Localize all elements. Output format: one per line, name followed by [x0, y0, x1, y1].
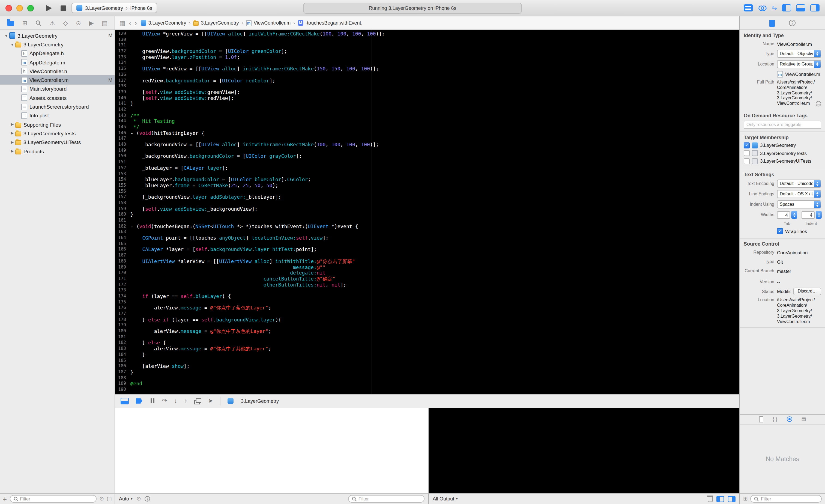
disclosure-triangle[interactable]: ▼ [3, 33, 9, 38]
code-line-159[interactable]: 159 [self.view addSubview:_backgroundVie… [115, 206, 739, 212]
disclosure-triangle[interactable]: ▶ [9, 122, 15, 127]
assistant-editor-button[interactable] [758, 5, 767, 11]
code-line-189[interactable]: 189@end [115, 381, 739, 387]
code-line-138[interactable]: 138 [115, 83, 739, 89]
tree-item-appdelegate-m[interactable]: mAppDelegate.m [0, 58, 115, 67]
code-line-153[interactable]: 153 [115, 171, 739, 177]
name-value[interactable]: ViewController.m [777, 41, 812, 47]
tree-item-products[interactable]: ▶Products [0, 147, 115, 156]
console-scope-select[interactable]: All Output ▾ [433, 496, 458, 502]
project-navigator-icon[interactable] [7, 20, 14, 25]
breadcrumb-item-2[interactable]: 3.LayerGeometry [194, 20, 239, 26]
code-line-144[interactable]: 144 * Hit Testing [115, 119, 739, 125]
debug-navigator-icon[interactable]: ⊙ [76, 20, 81, 26]
code-line-145[interactable]: 145 */ [115, 125, 739, 130]
navigator-filter-field[interactable]: Filter [10, 495, 96, 503]
simulate-location-icon[interactable]: ➤ [208, 398, 213, 404]
code-line-147[interactable]: 147 [115, 136, 739, 142]
code-line-165[interactable]: 165 [115, 241, 739, 247]
library-filter-field[interactable]: Filter [751, 495, 822, 503]
version-editor-button[interactable]: ⇆ [772, 4, 777, 11]
info-icon[interactable]: i [145, 496, 150, 502]
open-in-finder-icon[interactable]: → [816, 101, 821, 106]
code-line-158[interactable]: 158 [115, 200, 739, 206]
code-line-133[interactable]: 133 greenView.layer.zPosition = 1.0f; [115, 55, 739, 60]
tree-item-main-storyboard[interactable]: Main.storyboard [0, 85, 115, 93]
zoom-button[interactable] [27, 5, 34, 11]
disclosure-triangle[interactable]: ▶ [9, 131, 15, 136]
code-line-169[interactable]: 169 message:@"" [115, 265, 739, 270]
forward-icon[interactable]: › [135, 20, 137, 26]
code-line-187[interactable]: 187} [115, 369, 739, 375]
code-line-152[interactable]: 152 _blueLayer = [CALayer layer]; [115, 165, 739, 171]
step-out-icon[interactable]: ↑ [184, 398, 187, 404]
code-line-181[interactable]: 181 [115, 335, 739, 340]
code-line-148[interactable]: 148 _backgroundView = [[UIView alloc] in… [115, 142, 739, 148]
media-library-icon[interactable]: ▤ [801, 417, 806, 422]
standard-editor-button[interactable] [744, 4, 753, 11]
code-line-178[interactable]: 178 } else if (layer == self.backgroundV… [115, 317, 739, 322]
stepper-icon[interactable] [816, 211, 822, 219]
issue-navigator-icon[interactable]: ⚠ [50, 20, 55, 26]
code-line-143[interactable]: 143/** [115, 113, 739, 119]
location-dropdown[interactable]: Relative to Group [777, 60, 821, 68]
symbol-navigator-icon[interactable]: ⊞ [22, 20, 27, 26]
step-into-icon[interactable]: ↓ [174, 398, 177, 404]
tree-item-viewcontroller-m[interactable]: mViewController.mM [0, 76, 115, 85]
code-line-167[interactable]: 167 [115, 253, 739, 259]
stepper-icon[interactable] [791, 211, 797, 219]
tree-item-launchscreen-storyboard[interactable]: LaunchScreen.storyboard [0, 102, 115, 111]
discard-button[interactable]: Discard… [793, 288, 821, 295]
odr-tags-field[interactable]: Only resources are taggable [744, 121, 821, 129]
tab-width-value[interactable]: 4 [777, 211, 790, 219]
add-button[interactable]: + [3, 495, 7, 502]
code-line-168[interactable]: 168 UIAlertView *alerView = [[UIAlertVie… [115, 259, 739, 265]
code-line-183[interactable]: 183 alerView.message = @"你点中了其他的Layer"; [115, 346, 739, 352]
quicklook-icon[interactable]: ⊙ [136, 496, 141, 502]
code-line-162[interactable]: 162- (void)touchesBegan:(NSSet<UITouch *… [115, 223, 739, 229]
scm-status-icon[interactable]: ▢ [107, 496, 112, 502]
code-line-173[interactable]: 173 [115, 288, 739, 294]
code-line-182[interactable]: 182 } else { [115, 340, 739, 346]
line-endings-dropdown[interactable]: Default - OS X / Unix (LF) [777, 190, 821, 198]
test-navigator-icon[interactable]: ◇ [63, 20, 68, 26]
quick-help-tab[interactable]: ? [789, 20, 796, 26]
tree-item-info-plist[interactable]: Info.plist [0, 111, 115, 120]
breakpoints-toggle-icon[interactable] [136, 398, 142, 404]
code-line-154[interactable]: 154 _blueLayer.backgroundColor = [UIColo… [115, 177, 739, 183]
tree-item-viewcontroller-h[interactable]: hViewController.h [0, 67, 115, 76]
code-line-141[interactable]: 141} [115, 101, 739, 107]
variables-scope-select[interactable]: Auto ▾ [119, 496, 133, 502]
code-line-166[interactable]: 166 CALayer *layer = [self.backgroundVie… [115, 247, 739, 253]
code-line-174[interactable]: 174 if (layer == self.blueLayer) { [115, 294, 739, 299]
close-button[interactable] [5, 5, 12, 11]
stop-button[interactable] [61, 5, 66, 11]
text-encoding-dropdown[interactable]: Default - Unicode (UTF-8) [777, 180, 821, 188]
code-line-176[interactable]: 176 alerView.message = @"你点中了蓝色的Layer"; [115, 305, 739, 311]
report-navigator-icon[interactable]: ▤ [102, 20, 107, 26]
code-line-155[interactable]: 155 _blueLayer.frame = CGRectMake(25, 25… [115, 183, 739, 189]
file-reference-row[interactable]: m ViewController.m [777, 70, 821, 77]
disclosure-triangle[interactable]: ▼ [9, 43, 15, 47]
tree-item-appdelegate-h[interactable]: hAppDelegate.h [0, 49, 115, 58]
code-line-163[interactable]: 163 [115, 229, 739, 235]
debug-target-label[interactable]: 3.LayerGeometry [241, 398, 279, 404]
file-template-library-icon[interactable] [759, 416, 763, 422]
code-line-160[interactable]: 160} [115, 212, 739, 218]
back-icon[interactable]: ‹ [129, 20, 131, 26]
indent-using-dropdown[interactable]: Spaces [777, 201, 821, 209]
code-line-136[interactable]: 136 [115, 72, 739, 78]
code-line-137[interactable]: 137 redView.backgroundColor = [UIColor r… [115, 78, 739, 83]
code-line-130[interactable]: 130 [115, 37, 739, 43]
code-line-157[interactable]: 157 [_backgroundView.layer addSublayer:_… [115, 195, 739, 200]
minimize-button[interactable] [16, 5, 23, 11]
variables-body[interactable] [115, 408, 428, 493]
disclosure-triangle[interactable]: ▶ [9, 140, 15, 144]
debug-view-hierarchy-icon[interactable] [194, 398, 201, 404]
code-line-190[interactable]: 190 [115, 387, 739, 393]
code-snippet-library-icon[interactable]: { } [773, 417, 777, 422]
toggle-variables-view-icon[interactable] [717, 496, 724, 502]
code-line-146[interactable]: 146- (void)hitTestingLayer { [115, 130, 739, 136]
code-line-188[interactable]: 188 [115, 375, 739, 381]
indent-width-value[interactable]: 4 [802, 211, 815, 219]
